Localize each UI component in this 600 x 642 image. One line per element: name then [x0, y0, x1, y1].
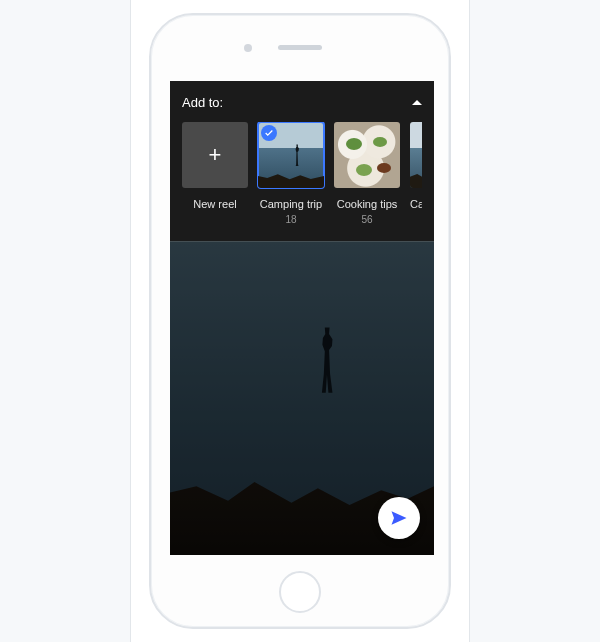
reel-new[interactable]: + New reel — [182, 122, 248, 225]
caret-up-icon — [412, 100, 422, 105]
reel-thumb[interactable] — [258, 122, 324, 188]
reel-camera[interactable]: Came — [410, 122, 422, 225]
reel-row[interactable]: + New reel Camping trip 18 — [182, 122, 422, 225]
home-button[interactable] — [279, 571, 321, 613]
send-button[interactable] — [378, 497, 420, 539]
add-to-panel: Add to: + New reel — [170, 81, 434, 241]
panel-header[interactable]: Add to: — [182, 95, 422, 110]
new-reel-thumb[interactable]: + — [182, 122, 248, 188]
reel-label: Camping trip — [258, 198, 324, 210]
reel-label: New reel — [182, 198, 248, 210]
earpiece — [278, 45, 322, 50]
plus-icon: + — [209, 144, 222, 166]
check-icon — [261, 125, 277, 141]
stage: Add to: + New reel — [130, 0, 470, 642]
reel-count: 56 — [334, 214, 400, 225]
reel-thumb[interactable] — [334, 122, 400, 188]
reel-count: 18 — [258, 214, 324, 225]
panel-title: Add to: — [182, 95, 223, 110]
reel-thumb[interactable] — [410, 122, 422, 188]
send-icon — [389, 508, 409, 528]
front-camera — [244, 44, 252, 52]
screen: Add to: + New reel — [170, 81, 434, 555]
reel-cooking-tips[interactable]: Cooking tips 56 — [334, 122, 400, 225]
reel-camping-trip[interactable]: Camping trip 18 — [258, 122, 324, 225]
reel-label: Came — [410, 198, 422, 210]
reel-label: Cooking tips — [334, 198, 400, 210]
phone-frame: Add to: + New reel — [149, 13, 451, 629]
